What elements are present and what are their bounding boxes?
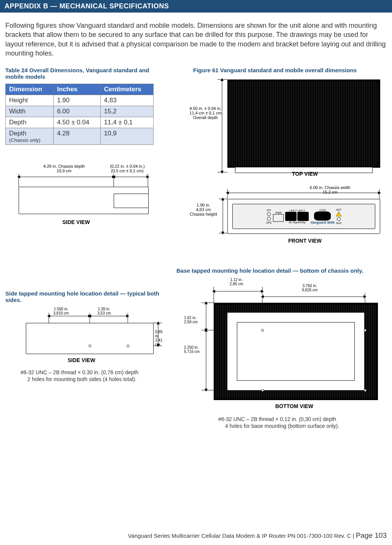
bottom-view-label: BOTTOM VIEW [275,403,313,409]
figure61-caption: Figure 61 Vanguard standard and mobile o… [193,67,391,73]
bottom-view-drawing: 1.12 in. 2,86 cm 3.750 in. 9,826 cm 1.02… [176,278,389,415]
footer-sep: | [351,532,355,539]
front-view-drawing: 6.00 in. Chassis width 15,2 cm 1.90 in. … [178,184,391,252]
fcc-label-placeholder [237,322,355,381]
d1-in: 1.500 in. [54,307,68,311]
dC-in: 1.02 in. [184,316,197,320]
sma-icon [337,217,341,221]
height-label: Chassis height [190,212,217,216]
overall-depth-cm: 11,4 cm ± 0,1 cm [189,111,221,115]
width-cm: 15,2 cm [322,190,337,194]
col-centimeters: Centimeters [100,84,153,95]
dC-cm: 2,58 cm [184,320,198,324]
height-cm: 4,83 cm [196,207,211,212]
cell-cm: 10,9 [100,128,153,145]
cell-cm: 15,2 [100,106,153,117]
appendix-header: APPENDIX B — MECHANICAL SPECIFICATIONS [0,0,392,13]
cell-dim: Height [6,95,54,106]
width-in: 6.00 in. [309,185,323,190]
cell-in: 4.28 [53,128,100,145]
base-note-l1: #6-32 UNC – 2B thread × 0.12 in. (0,30 c… [218,416,336,422]
cell-in: 1.90 [53,95,100,106]
top-view-drawing: 4.50 in. ± 0.04 in. 11,4 cm ± 0,1 cm Ove… [186,76,383,182]
ethernet-icon [285,212,297,221]
table24-caption: Table 24 Overall Dimensions, Vanguard st… [5,67,169,80]
product-name: Vanguard 3000 [310,221,335,224]
dD-cm: 5,715 cm [184,350,200,354]
d3-cm: 2,41 cm [155,338,162,346]
port-pwr: PWR [275,211,281,214]
page-footer: Vanguard Series Multicarrier Cellular Da… [128,531,387,540]
connector-depth-in: (0.22 in. ± 0.04 in.) [110,164,145,168]
dA-in: 1.12 in. [230,278,243,282]
base-tapped-note: #6-32 UNC – 2B thread × 0.12 in. (0,30 c… [218,416,389,429]
port-lan1: LAN 1 [289,209,297,212]
port-lan2: LAN 2 [297,209,305,212]
overall-depth-in: 4.50 in. ± 0.04 in. [189,106,221,111]
chassis-depth-cm: 10,9 cm [57,168,71,173]
cell-dim-sub: (Chassis only) [9,137,50,143]
d2-cm: 3,53 cm [97,311,111,315]
cell-dim: Depth (Chassis only) [6,128,54,145]
connector-depth-cm: (0,5 cm ± 0,1 cm) [111,168,144,173]
base-tapped-caption: Base tapped mounting hole location detai… [176,267,389,274]
height-in: 1.90 in. [197,203,210,207]
sma-icon [267,212,271,216]
d3-in: 0.95 in. [155,330,162,338]
chassis-depth-in: 4.28 in. [43,164,57,168]
side-note-l2: 2 holes for mounting both sides (4 holes… [21,376,169,383]
footer-product: Vanguard Series Multicarrier Cellular Da… [128,532,351,539]
side-note-l1: #8-32 UNC – 2B thread × 0.30 in. (0,76 c… [21,369,138,375]
port-div: DIV [267,209,271,211]
front-view-label: FRONT VIEW [288,238,322,244]
dB-in: 3.750 in. [302,284,317,288]
side-tapped-caption: Side tapped mounting hole location detai… [5,290,169,303]
port-com: COM [319,209,325,211]
side-view-drawing: 4.28 in. Chassis depth 10,9 cm (0.22 in.… [5,164,161,229]
col-dimension: Dimension [6,84,54,95]
chassis-depth-label: Chassis depth [58,164,85,168]
dB-cm: 9,826 cm [302,288,317,292]
footer-page-num: 103 [375,531,387,539]
cell-cm: 4,83 [100,95,153,106]
col-inches: Inches [53,84,100,95]
cell-dim: Depth [6,117,54,128]
table-row: Depth (Chassis only) 4.28 10,9 [6,128,154,145]
appendix-title: APPENDIX B — MECHANICAL SPECIFICATIONS [5,2,387,10]
top-view-label: TOP VIEW [292,171,318,177]
svg-marker-14 [336,212,341,216]
d1-cm: 3,810 cm [53,311,69,315]
base-note-l2: 4 holes for base mounting (bottom surfac… [218,423,389,430]
cell-in: 6.00 [53,106,100,117]
port-aux: AUX [336,222,341,224]
width-label: Chassis width [325,185,351,190]
cell-dim: Width [6,106,54,117]
ethernet-icon [297,212,309,221]
cell-in: 4.50 ± 0.04 [53,117,100,128]
overall-depth-label: Overall depth [193,115,218,120]
brand-tagline: Air Superiority [289,221,305,224]
cell-dim-main: Depth [9,130,26,137]
warning-icon [336,212,341,216]
dimensions-table: Dimension Inches Centimeters Height 1.90… [5,84,154,145]
dA-cm: 2,86 cm [230,282,243,286]
d2-in: 1.39 in. [98,307,110,311]
side-tapped-note: #8-32 UNC – 2B thread × 0.30 in. (0,76 c… [21,369,169,383]
dD-in: 2.250 in. [184,345,198,350]
dsub-icon [314,211,331,221]
side-view-label2: SIDE VIEW [68,357,95,363]
footer-page-label: Page [356,531,375,539]
table-row: Depth 4.50 ± 0.04 11,4 ± 0,1 [6,117,154,128]
sma-icon [267,217,271,221]
side-tapped-drawing: 1.500 in. 3,810 cm 1.39 in. 3,53 cm 0.95… [22,307,163,368]
cell-cm: 11,4 ± 0,1 [100,117,153,128]
port-gps: GPS [266,221,272,224]
intro-paragraph: Following figures show Vanguard standard… [5,21,387,58]
table-row: Width 6.00 15,2 [6,106,154,117]
table-row: Height 1.90 4,83 [6,95,154,106]
side-view-label: SIDE VIEW [62,219,90,225]
port-ant: ANT [336,208,341,211]
